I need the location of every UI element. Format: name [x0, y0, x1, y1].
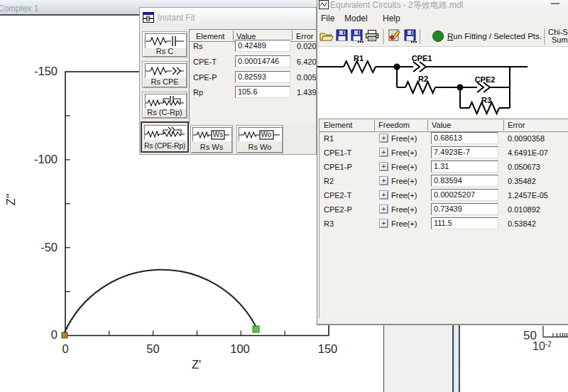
svg-text:150: 150 — [318, 342, 338, 355]
svg-text:Sum o: Sum o — [552, 36, 568, 44]
svg-text:100: 100 — [230, 342, 250, 355]
svg-text:CPE1: CPE1 — [412, 54, 432, 62]
svg-text:0: 0 — [62, 342, 68, 355]
svg-text:Wo: Wo — [261, 131, 272, 138]
svg-text:Run Fitting / Selected Pts.: Run Fitting / Selected Pts. — [447, 32, 542, 40]
svg-text:0: 0 — [51, 328, 58, 341]
svg-text:-100: -100 — [34, 153, 58, 165]
svg-text:Z': Z' — [192, 358, 201, 371]
svg-text:50: 50 — [146, 342, 159, 355]
svg-text:Z'': Z'' — [4, 194, 18, 206]
svg-text:-50: -50 — [40, 241, 58, 254]
svg-text:R3: R3 — [481, 96, 491, 104]
svg-text:-150: -150 — [34, 65, 58, 77]
svg-text:CPE2: CPE2 — [475, 75, 496, 84]
svg-text:R2: R2 — [418, 75, 428, 83]
svg-text:Ws: Ws — [213, 131, 223, 138]
svg-text:R1: R1 — [354, 54, 364, 62]
